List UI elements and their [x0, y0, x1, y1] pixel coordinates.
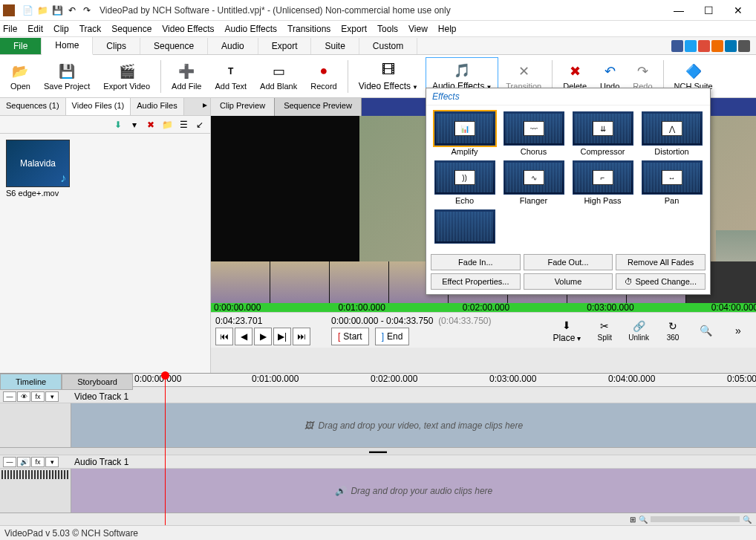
playhead[interactable] — [165, 374, 166, 525]
split-button[interactable]: ✂Split — [591, 317, 618, 343]
fx-icon[interactable]: fx — [31, 457, 45, 467]
open-button[interactable]: 📂Open — [4, 57, 36, 96]
collapse-icon[interactable]: — — [3, 457, 16, 467]
volume-button[interactable]: Volume — [524, 273, 613, 290]
speed-change-button[interactable]: ⏱ Speed Change... — [616, 273, 706, 290]
facebook-icon[interactable] — [671, 40, 683, 52]
menu-sequence[interactable]: Sequence — [111, 24, 151, 34]
more-controls-button[interactable]: » — [725, 322, 752, 339]
menu-edit[interactable]: Edit — [27, 24, 43, 34]
ribbon-tab-sequence[interactable]: Sequence — [140, 38, 208, 54]
tab-timeline[interactable]: Timeline — [0, 374, 62, 390]
ribbon-tab-home[interactable]: Home — [42, 37, 93, 55]
ribbon-tab-file[interactable]: File — [0, 38, 42, 54]
qat-undo-icon[interactable]: ↶ — [65, 4, 79, 17]
timeline-scrollbar[interactable] — [651, 516, 740, 522]
zoom-in-button[interactable]: 🔍 — [692, 322, 719, 339]
menu-tools[interactable]: Tools — [377, 24, 398, 34]
goto-start-button[interactable]: ⏮ — [215, 328, 233, 345]
speaker-icon[interactable]: 🔊 — [17, 457, 30, 467]
goto-end-button[interactable]: ⏭ — [293, 328, 310, 345]
effect-distortion[interactable]: ⋀Distortion — [639, 111, 704, 156]
ribbon-tab-clips[interactable]: Clips — [93, 38, 140, 54]
video-track-body[interactable]: 🖼 Drag and drop your video, text and ima… — [71, 403, 756, 447]
eye-icon[interactable]: 👁 — [17, 391, 30, 402]
menu-file[interactable]: File — [3, 24, 17, 34]
track-dropdown-icon[interactable]: ▾ — [45, 457, 59, 467]
more-icon[interactable] — [738, 40, 750, 52]
menu-audioeffects[interactable]: Audio Effects — [225, 24, 278, 34]
effect-amplify[interactable]: 📊Amplify — [432, 111, 497, 156]
tab-sequences[interactable]: Sequences (1) — [0, 98, 66, 115]
add-text-button[interactable]: TAdd Text — [209, 57, 252, 96]
qat-new-icon[interactable]: 📄 — [21, 4, 34, 17]
qat-redo-icon[interactable]: ↷ — [80, 4, 94, 17]
effect-extra[interactable] — [432, 209, 497, 244]
media-file-item[interactable]: Malavida S6 edge+.mov — [6, 140, 73, 198]
menu-help[interactable]: Help — [438, 24, 457, 34]
menu-view[interactable]: View — [408, 24, 428, 34]
place-button[interactable]: ⬇Place ▾ — [548, 316, 585, 345]
twitter-icon[interactable] — [685, 40, 697, 52]
menu-export[interactable]: Export — [341, 24, 367, 34]
export-video-button[interactable]: 🎬Export Video — [97, 57, 156, 96]
video-track[interactable]: 🖼 Drag and drop your video, text and ima… — [0, 403, 756, 448]
qat-open-icon[interactable]: 📁 — [36, 4, 49, 17]
ribbon-tab-audio[interactable]: Audio — [208, 38, 258, 54]
minimize-button[interactable]: — — [664, 1, 694, 20]
collapse-icon[interactable]: — — [3, 391, 16, 402]
effect-chorus[interactable]: 〰Chorus — [501, 111, 566, 156]
linkedin-icon[interactable] — [725, 40, 737, 52]
qat-save-icon[interactable]: 💾 — [50, 4, 64, 17]
panel-tabs-scroll-icon[interactable]: ▸ — [184, 98, 210, 115]
tab-videofiles[interactable]: Video Files (1) — [66, 98, 131, 115]
menu-clip[interactable]: Clip — [53, 24, 69, 34]
menu-track[interactable]: Track — [79, 24, 102, 34]
remove-fades-button[interactable]: Remove All Fades — [616, 254, 706, 270]
effect-echo[interactable]: ))Echo — [432, 160, 497, 205]
tab-clip-preview[interactable]: Clip Preview — [211, 98, 275, 116]
video-effects-button[interactable]: 🎞Video Effects▼ — [353, 57, 424, 96]
play-button[interactable]: ▶ — [254, 328, 272, 345]
audio-track[interactable]: 🔊 Drag and drop your audio clips here — [0, 469, 756, 513]
step-forward-button[interactable]: ▶| — [273, 328, 291, 345]
googleplus-icon[interactable] — [698, 40, 710, 52]
panel-place-icon[interactable]: ↙ — [192, 117, 207, 132]
panel-dropdown-icon[interactable]: ▾ — [127, 117, 142, 132]
track-dropdown-icon[interactable]: ▾ — [45, 391, 59, 402]
menu-videoeffects[interactable]: Video Effects — [162, 24, 214, 34]
ribbon-tab-custom[interactable]: Custom — [359, 38, 417, 54]
effect-compressor[interactable]: ⇊Compressor — [570, 111, 635, 156]
end-button[interactable]: ]End — [375, 328, 410, 345]
ribbon-tab-suite[interactable]: Suite — [311, 38, 359, 54]
start-button[interactable]: [Start — [331, 328, 369, 345]
effect-highpass[interactable]: ⌐High Pass — [570, 160, 635, 205]
share-icon[interactable] — [711, 40, 723, 52]
panel-newfolder-icon[interactable]: 📁 — [160, 117, 175, 132]
unlink-button[interactable]: 🔗Unlink — [624, 317, 654, 343]
effect-pan[interactable]: ↔Pan — [639, 160, 704, 205]
fade-out-button[interactable]: Fade Out... — [524, 254, 613, 270]
zoom-in-icon[interactable]: 🔍 — [743, 515, 752, 524]
step-back-button[interactable]: ◀ — [235, 328, 252, 345]
audio-track-body[interactable]: 🔊 Drag and drop your audio clips here — [71, 469, 756, 513]
track-splitter[interactable]: ▬▬▬ — [0, 448, 756, 455]
zoom-out-icon[interactable]: 🔍 — [639, 515, 648, 524]
maximize-button[interactable]: ☐ — [694, 1, 723, 20]
fade-in-button[interactable]: Fade In... — [431, 254, 521, 270]
add-blank-button[interactable]: ▭Add Blank — [254, 57, 303, 96]
zoom-fit-icon[interactable]: ⊞ — [630, 515, 636, 524]
tab-storyboard[interactable]: Storyboard — [62, 374, 133, 390]
save-project-button[interactable]: 💾Save Project — [38, 57, 96, 96]
menu-transitions[interactable]: Transitions — [287, 24, 330, 34]
tab-audiofiles[interactable]: Audio Files — [131, 98, 183, 115]
ribbon-tab-export[interactable]: Export — [258, 38, 312, 54]
panel-delete-icon[interactable]: ✖ — [143, 117, 158, 132]
panel-add-icon[interactable]: ⬇ — [111, 117, 126, 132]
panel-list-icon[interactable]: ☰ — [176, 117, 191, 132]
timeline-ruler[interactable]: 0:00:00.000 0:01:00.000 0:02:00.000 0:03… — [133, 374, 756, 387]
tab-sequence-preview[interactable]: Sequence Preview — [275, 98, 362, 116]
close-button[interactable]: ✕ — [723, 1, 753, 20]
360-button[interactable]: ↻360 — [659, 317, 686, 343]
record-button[interactable]: ●Record — [304, 57, 342, 96]
